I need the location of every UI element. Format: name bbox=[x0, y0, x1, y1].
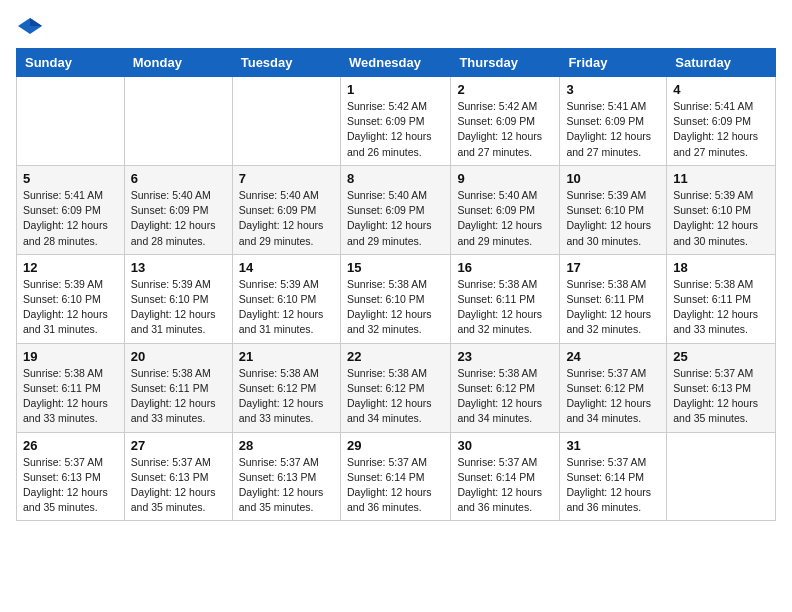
day-number: 18 bbox=[673, 260, 769, 275]
day-number: 21 bbox=[239, 349, 334, 364]
calendar-cell: 19Sunrise: 5:38 AMSunset: 6:11 PMDayligh… bbox=[17, 343, 125, 432]
calendar-cell: 27Sunrise: 5:37 AMSunset: 6:13 PMDayligh… bbox=[124, 432, 232, 521]
day-number: 11 bbox=[673, 171, 769, 186]
day-info: Sunrise: 5:38 AMSunset: 6:11 PMDaylight:… bbox=[673, 277, 769, 338]
day-number: 28 bbox=[239, 438, 334, 453]
day-info: Sunrise: 5:38 AMSunset: 6:11 PMDaylight:… bbox=[566, 277, 660, 338]
day-info: Sunrise: 5:39 AMSunset: 6:10 PMDaylight:… bbox=[566, 188, 660, 249]
calendar-cell: 23Sunrise: 5:38 AMSunset: 6:12 PMDayligh… bbox=[451, 343, 560, 432]
calendar-cell bbox=[667, 432, 776, 521]
day-info: Sunrise: 5:42 AMSunset: 6:09 PMDaylight:… bbox=[347, 99, 444, 160]
calendar-cell: 31Sunrise: 5:37 AMSunset: 6:14 PMDayligh… bbox=[560, 432, 667, 521]
day-info: Sunrise: 5:37 AMSunset: 6:14 PMDaylight:… bbox=[457, 455, 553, 516]
calendar-cell bbox=[17, 77, 125, 166]
calendar-cell: 7Sunrise: 5:40 AMSunset: 6:09 PMDaylight… bbox=[232, 165, 340, 254]
day-number: 27 bbox=[131, 438, 226, 453]
calendar-cell: 6Sunrise: 5:40 AMSunset: 6:09 PMDaylight… bbox=[124, 165, 232, 254]
day-info: Sunrise: 5:37 AMSunset: 6:13 PMDaylight:… bbox=[23, 455, 118, 516]
calendar-week-row: 26Sunrise: 5:37 AMSunset: 6:13 PMDayligh… bbox=[17, 432, 776, 521]
day-number: 1 bbox=[347, 82, 444, 97]
day-number: 9 bbox=[457, 171, 553, 186]
day-info: Sunrise: 5:42 AMSunset: 6:09 PMDaylight:… bbox=[457, 99, 553, 160]
day-number: 17 bbox=[566, 260, 660, 275]
day-number: 4 bbox=[673, 82, 769, 97]
day-number: 25 bbox=[673, 349, 769, 364]
day-number: 26 bbox=[23, 438, 118, 453]
calendar-cell: 28Sunrise: 5:37 AMSunset: 6:13 PMDayligh… bbox=[232, 432, 340, 521]
calendar-cell: 13Sunrise: 5:39 AMSunset: 6:10 PMDayligh… bbox=[124, 254, 232, 343]
calendar-cell: 24Sunrise: 5:37 AMSunset: 6:12 PMDayligh… bbox=[560, 343, 667, 432]
day-info: Sunrise: 5:39 AMSunset: 6:10 PMDaylight:… bbox=[239, 277, 334, 338]
day-info: Sunrise: 5:38 AMSunset: 6:10 PMDaylight:… bbox=[347, 277, 444, 338]
page-header bbox=[16, 16, 776, 36]
day-number: 20 bbox=[131, 349, 226, 364]
calendar-week-row: 19Sunrise: 5:38 AMSunset: 6:11 PMDayligh… bbox=[17, 343, 776, 432]
day-info: Sunrise: 5:39 AMSunset: 6:10 PMDaylight:… bbox=[673, 188, 769, 249]
calendar-cell: 18Sunrise: 5:38 AMSunset: 6:11 PMDayligh… bbox=[667, 254, 776, 343]
calendar-cell: 29Sunrise: 5:37 AMSunset: 6:14 PMDayligh… bbox=[340, 432, 450, 521]
day-number: 13 bbox=[131, 260, 226, 275]
calendar-cell: 25Sunrise: 5:37 AMSunset: 6:13 PMDayligh… bbox=[667, 343, 776, 432]
day-number: 31 bbox=[566, 438, 660, 453]
day-number: 8 bbox=[347, 171, 444, 186]
day-number: 29 bbox=[347, 438, 444, 453]
day-info: Sunrise: 5:39 AMSunset: 6:10 PMDaylight:… bbox=[131, 277, 226, 338]
calendar-cell: 3Sunrise: 5:41 AMSunset: 6:09 PMDaylight… bbox=[560, 77, 667, 166]
calendar-cell: 10Sunrise: 5:39 AMSunset: 6:10 PMDayligh… bbox=[560, 165, 667, 254]
calendar-cell: 5Sunrise: 5:41 AMSunset: 6:09 PMDaylight… bbox=[17, 165, 125, 254]
day-info: Sunrise: 5:38 AMSunset: 6:12 PMDaylight:… bbox=[457, 366, 553, 427]
day-info: Sunrise: 5:41 AMSunset: 6:09 PMDaylight:… bbox=[23, 188, 118, 249]
day-info: Sunrise: 5:37 AMSunset: 6:13 PMDaylight:… bbox=[239, 455, 334, 516]
day-number: 19 bbox=[23, 349, 118, 364]
calendar-header-row: SundayMondayTuesdayWednesdayThursdayFrid… bbox=[17, 49, 776, 77]
header-sunday: Sunday bbox=[17, 49, 125, 77]
calendar-cell: 9Sunrise: 5:40 AMSunset: 6:09 PMDaylight… bbox=[451, 165, 560, 254]
calendar-cell: 12Sunrise: 5:39 AMSunset: 6:10 PMDayligh… bbox=[17, 254, 125, 343]
day-info: Sunrise: 5:38 AMSunset: 6:12 PMDaylight:… bbox=[347, 366, 444, 427]
day-number: 5 bbox=[23, 171, 118, 186]
calendar-cell: 1Sunrise: 5:42 AMSunset: 6:09 PMDaylight… bbox=[340, 77, 450, 166]
calendar-cell: 26Sunrise: 5:37 AMSunset: 6:13 PMDayligh… bbox=[17, 432, 125, 521]
logo bbox=[16, 16, 48, 36]
header-tuesday: Tuesday bbox=[232, 49, 340, 77]
day-number: 23 bbox=[457, 349, 553, 364]
day-info: Sunrise: 5:37 AMSunset: 6:12 PMDaylight:… bbox=[566, 366, 660, 427]
day-info: Sunrise: 5:40 AMSunset: 6:09 PMDaylight:… bbox=[131, 188, 226, 249]
calendar-cell: 11Sunrise: 5:39 AMSunset: 6:10 PMDayligh… bbox=[667, 165, 776, 254]
svg-marker-1 bbox=[30, 18, 42, 26]
day-info: Sunrise: 5:39 AMSunset: 6:10 PMDaylight:… bbox=[23, 277, 118, 338]
day-number: 24 bbox=[566, 349, 660, 364]
day-info: Sunrise: 5:37 AMSunset: 6:13 PMDaylight:… bbox=[673, 366, 769, 427]
day-number: 10 bbox=[566, 171, 660, 186]
calendar-cell bbox=[124, 77, 232, 166]
calendar-week-row: 1Sunrise: 5:42 AMSunset: 6:09 PMDaylight… bbox=[17, 77, 776, 166]
calendar-cell: 16Sunrise: 5:38 AMSunset: 6:11 PMDayligh… bbox=[451, 254, 560, 343]
day-number: 22 bbox=[347, 349, 444, 364]
header-saturday: Saturday bbox=[667, 49, 776, 77]
header-monday: Monday bbox=[124, 49, 232, 77]
logo-icon bbox=[16, 16, 44, 36]
header-wednesday: Wednesday bbox=[340, 49, 450, 77]
day-info: Sunrise: 5:40 AMSunset: 6:09 PMDaylight:… bbox=[347, 188, 444, 249]
day-info: Sunrise: 5:41 AMSunset: 6:09 PMDaylight:… bbox=[673, 99, 769, 160]
calendar-cell: 8Sunrise: 5:40 AMSunset: 6:09 PMDaylight… bbox=[340, 165, 450, 254]
day-info: Sunrise: 5:41 AMSunset: 6:09 PMDaylight:… bbox=[566, 99, 660, 160]
day-info: Sunrise: 5:37 AMSunset: 6:14 PMDaylight:… bbox=[347, 455, 444, 516]
day-number: 16 bbox=[457, 260, 553, 275]
calendar-cell: 14Sunrise: 5:39 AMSunset: 6:10 PMDayligh… bbox=[232, 254, 340, 343]
header-friday: Friday bbox=[560, 49, 667, 77]
header-thursday: Thursday bbox=[451, 49, 560, 77]
day-info: Sunrise: 5:38 AMSunset: 6:11 PMDaylight:… bbox=[457, 277, 553, 338]
calendar-cell: 30Sunrise: 5:37 AMSunset: 6:14 PMDayligh… bbox=[451, 432, 560, 521]
day-info: Sunrise: 5:37 AMSunset: 6:13 PMDaylight:… bbox=[131, 455, 226, 516]
calendar-week-row: 5Sunrise: 5:41 AMSunset: 6:09 PMDaylight… bbox=[17, 165, 776, 254]
calendar-table: SundayMondayTuesdayWednesdayThursdayFrid… bbox=[16, 48, 776, 521]
day-info: Sunrise: 5:40 AMSunset: 6:09 PMDaylight:… bbox=[239, 188, 334, 249]
day-info: Sunrise: 5:40 AMSunset: 6:09 PMDaylight:… bbox=[457, 188, 553, 249]
day-info: Sunrise: 5:38 AMSunset: 6:12 PMDaylight:… bbox=[239, 366, 334, 427]
day-number: 7 bbox=[239, 171, 334, 186]
day-number: 3 bbox=[566, 82, 660, 97]
calendar-cell: 4Sunrise: 5:41 AMSunset: 6:09 PMDaylight… bbox=[667, 77, 776, 166]
calendar-week-row: 12Sunrise: 5:39 AMSunset: 6:10 PMDayligh… bbox=[17, 254, 776, 343]
calendar-cell bbox=[232, 77, 340, 166]
